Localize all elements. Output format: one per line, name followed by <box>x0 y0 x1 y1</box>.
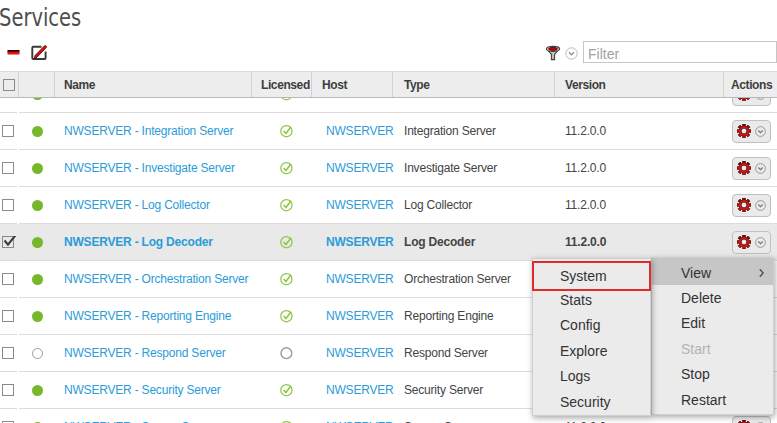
edit-icon <box>30 44 48 61</box>
licensed-cell <box>252 272 312 286</box>
service-name-link[interactable]: NWSERVER - Log Decoder <box>64 235 213 249</box>
service-name-link[interactable]: NWSERVER - Log Collector <box>64 198 210 212</box>
row-actions-button[interactable] <box>732 231 771 254</box>
checkbox-icon <box>2 236 14 248</box>
service-host-link[interactable]: NWSERVER <box>326 198 394 212</box>
service-host-link[interactable]: NWSERVER <box>326 235 394 249</box>
filter-options-chevron[interactable] <box>565 47 578 60</box>
service-host-link[interactable]: NWSERVER <box>326 346 394 360</box>
service-host-link[interactable]: NWSERVER <box>326 272 394 286</box>
submenu-item-stats[interactable]: Stats <box>533 287 650 312</box>
service-name-link[interactable]: NWSERVER - Respond Server <box>64 346 226 360</box>
name-cell: NWSERVER - Log Collector <box>55 198 252 212</box>
chevron-down-circle-icon <box>755 98 766 100</box>
row-checkbox[interactable] <box>0 162 19 174</box>
row-checkbox[interactable] <box>0 199 19 211</box>
licensed-cell <box>252 346 312 360</box>
gear-icon <box>737 98 751 101</box>
checkbox-icon <box>2 310 14 322</box>
service-type: Log Decoder <box>393 235 555 249</box>
gear-icon <box>737 161 751 175</box>
service-status-dot <box>19 385 55 396</box>
service-name-link[interactable]: NWSERVER - Integration Server <box>64 124 233 138</box>
service-row[interactable]: NWSERVER - Log DecoderNWSERVERLog Decode… <box>0 224 777 261</box>
service-type: Security Server <box>393 383 555 397</box>
actions-cell <box>724 157 777 180</box>
select-all-checkbox[interactable] <box>0 72 19 97</box>
menu-item-start[interactable]: Start <box>652 336 773 361</box>
service-row[interactable]: NWSERVER - Log CollectorNWSERVERLog Coll… <box>0 187 777 224</box>
host-cell: NWSERVER <box>312 161 393 175</box>
chevron-down-circle-icon <box>755 200 766 211</box>
row-actions-button[interactable] <box>732 194 771 217</box>
submenu-item-config[interactable]: Config <box>533 313 650 338</box>
licensed-column-header[interactable]: Licensed <box>252 72 312 97</box>
row-checkbox[interactable] <box>0 310 19 322</box>
checkbox-icon <box>2 162 14 174</box>
service-host-link[interactable]: NWSERVER <box>326 124 394 138</box>
licensed-cell <box>252 161 312 175</box>
type-column-header[interactable]: Type <box>393 72 555 97</box>
licensed-cell <box>252 124 312 138</box>
menu-item-restart[interactable]: Restart <box>652 387 773 412</box>
submenu-item-security[interactable]: Security <box>533 389 650 414</box>
service-version: 11.2.0.0 <box>555 161 724 175</box>
row-actions-button[interactable] <box>732 120 771 143</box>
filter-input[interactable] <box>583 41 777 63</box>
host-cell: NWSERVER <box>312 309 393 323</box>
submenu-item-system[interactable]: System <box>533 262 650 287</box>
submenu-item-explore[interactable]: Explore <box>533 338 650 363</box>
host-column-header[interactable]: Host <box>312 72 393 97</box>
row-actions-button[interactable] <box>732 416 771 423</box>
submenu-item-logs[interactable]: Logs <box>533 364 650 389</box>
licensed-cell <box>252 309 312 323</box>
row-checkbox[interactable] <box>0 98 19 100</box>
service-row[interactable]: NWSERVER - Integration ServerNWSERVERInt… <box>0 113 777 150</box>
name-column-header[interactable]: Name <box>55 72 252 97</box>
row-checkbox[interactable] <box>0 384 19 396</box>
service-name-link[interactable]: NWSERVER - Reporting Engine <box>64 309 231 323</box>
service-row[interactable]: NWSERVER - Investigate ServerNWSERVERInv… <box>0 150 777 187</box>
service-type: Log Collector <box>393 198 555 212</box>
row-checkbox[interactable] <box>0 273 19 285</box>
submenu-arrow-icon <box>759 268 764 278</box>
actions-context-menu: ViewDeleteEditStartStopRestart <box>651 257 774 415</box>
menu-item-delete[interactable]: Delete <box>652 285 773 310</box>
chevron-down-circle-icon <box>565 47 578 60</box>
menu-item-edit[interactable]: Edit <box>652 311 773 336</box>
gear-icon <box>737 124 751 138</box>
licensed-cell <box>252 198 312 212</box>
menu-item-view[interactable]: View <box>652 260 773 285</box>
service-name-link[interactable]: NWSERVER - Investigate Server <box>64 161 235 175</box>
version-column-header[interactable]: Version <box>555 72 724 97</box>
licensed-check-icon <box>280 98 294 101</box>
service-host-link[interactable]: NWSERVER <box>326 161 394 175</box>
host-cell: NWSERVER <box>312 235 393 249</box>
service-type: Integration Server <box>393 124 555 138</box>
filter-funnel-icon[interactable] <box>545 45 561 61</box>
edit-service-button[interactable] <box>30 44 48 61</box>
service-name-link[interactable]: NWSERVER - Orchestration Server <box>64 272 248 286</box>
service-name-link[interactable]: NWSERVER - Security Server <box>64 383 221 397</box>
row-checkbox[interactable] <box>0 347 19 359</box>
checkbox-icon <box>2 347 14 359</box>
licensed-check-icon <box>280 272 294 286</box>
name-cell: NWSERVER - Integration Server <box>55 124 252 138</box>
actions-cell <box>724 98 777 106</box>
service-host-link[interactable]: NWSERVER <box>326 383 394 397</box>
delete-service-button[interactable] <box>7 50 20 56</box>
row-actions-button[interactable] <box>732 157 771 180</box>
status-column-header[interactable] <box>19 72 55 97</box>
menu-item-stop[interactable]: Stop <box>652 362 773 387</box>
row-checkbox[interactable] <box>0 236 19 248</box>
licensed-cell <box>252 383 312 397</box>
table-header: Name Licensed Host Type Version Actions <box>0 71 777 98</box>
service-status-dot <box>19 163 55 174</box>
row-checkbox[interactable] <box>0 125 19 137</box>
service-row[interactable] <box>0 98 777 113</box>
service-host-link[interactable]: NWSERVER <box>326 309 394 323</box>
row-actions-button[interactable] <box>732 98 771 106</box>
checkbox-icon <box>2 384 14 396</box>
licensed-check-icon <box>280 309 294 323</box>
licensed-cell <box>252 98 312 101</box>
